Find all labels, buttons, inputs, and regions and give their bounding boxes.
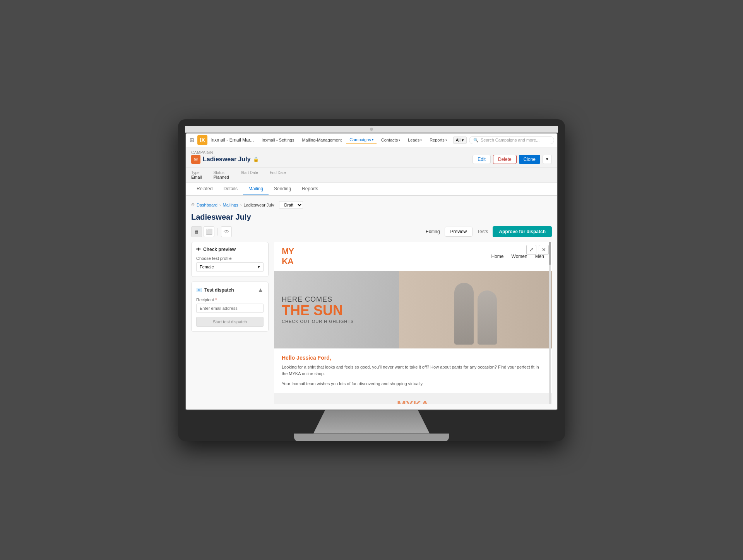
expand-icon[interactable]: ⤢ (526, 245, 536, 255)
meta-type: Type Email (191, 171, 202, 179)
editing-label: Editing (426, 229, 440, 234)
breadcrumb-current: Ladieswear July (244, 203, 274, 207)
start-dispatch-button[interactable]: Start test dispatch (196, 317, 264, 327)
contacts-chevron-icon: ▾ (399, 138, 400, 142)
recipient-label: Recipient * (196, 297, 264, 302)
top-navigation-bar: ⊞ IX Inxmail - Email Mar... Inxmail - Se… (186, 133, 557, 147)
test-dispatch-title: 📧 Test dispatch (196, 287, 234, 293)
dispatch-icon: 📧 (196, 287, 202, 293)
left-panel: 👁 Check preview Choose test profile Fema… (191, 242, 269, 404)
preview-controls: ⤢ ✕ (526, 245, 549, 255)
email-logo: MYKA (282, 246, 294, 266)
lock-icon: 🔒 (253, 157, 259, 162)
editor-area: 👁 Check preview Choose test profile Fema… (191, 242, 552, 404)
tablet-view-icon[interactable]: ⬜ (204, 226, 214, 237)
check-preview-title: 👁 Check preview (196, 247, 264, 252)
hero-background: Here comes THE SUN Check out our highlig… (274, 271, 552, 348)
nav-mailing-management[interactable]: Mailing-Management (299, 136, 345, 144)
nav-contacts[interactable]: Contacts ▾ (378, 136, 403, 144)
email-preview-wrapper: ⤢ ✕ MYKA Home Women Men (274, 242, 552, 404)
footer-brand: MYKA (397, 399, 429, 404)
tab-details[interactable]: Details (218, 183, 243, 195)
breadcrumb: ⊕ Dashboard › Mailings › Ladieswear July… (191, 201, 552, 209)
scroll-indicator (549, 242, 551, 404)
campaign-label: Campaign (191, 150, 552, 155)
search-box[interactable]: 🔍 Search Campaigns and more... (469, 136, 554, 144)
meta-row: Type Email Status Planned Start Date End… (186, 167, 557, 183)
hero-people-image (399, 271, 552, 348)
search-icon: 🔍 (473, 138, 479, 143)
email-hero: Here comes THE SUN Check out our highlig… (274, 271, 552, 348)
greeting-text: Hello Jessica Ford, (282, 355, 544, 361)
scroll-thumb[interactable] (549, 242, 551, 265)
status-select[interactable]: Draft (279, 201, 303, 209)
tab-related[interactable]: Related (191, 183, 218, 195)
close-icon[interactable]: ✕ (539, 245, 549, 255)
monitor-base (294, 434, 449, 441)
dropdown-chevron-icon: ▾ (462, 138, 464, 143)
check-preview-card: 👁 Check preview Choose test profile Fema… (191, 242, 269, 277)
app-logo: IX (197, 135, 207, 145)
hero-text: Here comes THE SUN Check out our highlig… (282, 295, 354, 324)
desktop-view-icon[interactable]: 🖥 (191, 226, 202, 237)
page-tabs: Related Details Mailing Sending Reports (186, 183, 557, 196)
tab-sending[interactable]: Sending (269, 183, 296, 195)
nav-campaigns[interactable]: Campaigns ▾ (346, 136, 377, 144)
email-nav-women[interactable]: Women (512, 254, 527, 259)
nav-items: Inxmail - Settings Mailing-Management Ca… (259, 136, 450, 144)
tab-reports[interactable]: Reports (296, 183, 324, 195)
preview-button[interactable]: Preview (445, 227, 473, 237)
mailing-title: Ladieswear July (191, 213, 552, 222)
select-chevron-icon: ▾ (258, 265, 260, 270)
nav-leads[interactable]: Leads ▾ (405, 136, 425, 144)
campaign-icon: ✉ (191, 155, 200, 164)
view-icons-group: 🖥 ⬜ </> (191, 226, 232, 237)
leads-chevron-icon: ▾ (420, 138, 422, 142)
email-input[interactable] (196, 304, 264, 313)
reports-chevron-icon: ▾ (445, 138, 447, 142)
nav-settings[interactable]: Inxmail - Settings (259, 136, 297, 144)
search-area: All ▾ 🔍 Search Campaigns and more... (453, 136, 554, 144)
delete-button[interactable]: Delete (493, 155, 517, 164)
body-paragraph-2: Your Inxmail team wishes you lots of fun… (282, 381, 544, 388)
email-nav: MYKA Home Women Men (274, 242, 552, 271)
breadcrumb-icon: ⊕ (191, 202, 195, 207)
clone-button[interactable]: Clone (519, 155, 540, 164)
eye-icon: 👁 (196, 247, 201, 252)
breadcrumb-dashboard[interactable]: Dashboard (197, 203, 217, 207)
tab-mailing[interactable]: Mailing (243, 183, 269, 195)
toolbar-divider (217, 228, 218, 236)
grid-menu-icon[interactable]: ⊞ (190, 137, 194, 143)
approve-dispatch-button[interactable]: Approve for dispatch (493, 226, 552, 237)
hero-tagline: Check out our highlights (282, 319, 354, 324)
campaign-title: ✉ Ladieswear July 🔒 (191, 155, 259, 164)
more-options-button[interactable]: ▾ (543, 155, 552, 164)
profile-select[interactable]: Female ▾ (196, 262, 264, 272)
breadcrumb-mailings[interactable]: Mailings (223, 203, 238, 207)
campaign-actions: Edit Delete Clone ▾ (473, 155, 552, 164)
required-indicator: * (215, 297, 217, 302)
profile-label: Choose test profile (196, 256, 264, 261)
campaign-title-row: ✉ Ladieswear July 🔒 Edit Delete Clone ▾ (191, 155, 552, 164)
test-dispatch-card: 📧 Test dispatch ▲ Recipient * Start test… (191, 282, 269, 332)
code-view-icon[interactable]: </> (221, 226, 232, 237)
editor-toolbar: 🖥 ⬜ </> Editing Preview Tests Approve fo… (191, 226, 552, 237)
window-top-indicator (370, 128, 373, 131)
email-preview: MYKA Home Women Men (274, 242, 552, 404)
tests-label: Tests (477, 229, 488, 234)
email-footer-preview: MYKA (274, 393, 552, 404)
edit-button[interactable]: Edit (473, 155, 491, 164)
monitor-stand (313, 410, 430, 434)
campaign-header: Campaign ✉ Ladieswear July 🔒 Edit Delete… (186, 147, 557, 167)
nav-reports[interactable]: Reports ▾ (426, 136, 450, 144)
edit-status: Editing Preview Tests Approve for dispat… (426, 226, 552, 237)
collapse-icon[interactable]: ▲ (257, 287, 264, 294)
test-dispatch-header: 📧 Test dispatch ▲ (196, 287, 264, 294)
search-type-dropdown[interactable]: All ▾ (453, 137, 467, 144)
email-body: Hello Jessica Ford, Looking for a shirt … (274, 348, 552, 394)
campaigns-chevron-icon: ▾ (372, 138, 373, 142)
campaign-name: Ladieswear July (203, 156, 251, 163)
meta-status: Status Planned (214, 171, 229, 179)
hero-title: THE SUN (282, 304, 354, 318)
email-nav-home[interactable]: Home (491, 254, 504, 259)
